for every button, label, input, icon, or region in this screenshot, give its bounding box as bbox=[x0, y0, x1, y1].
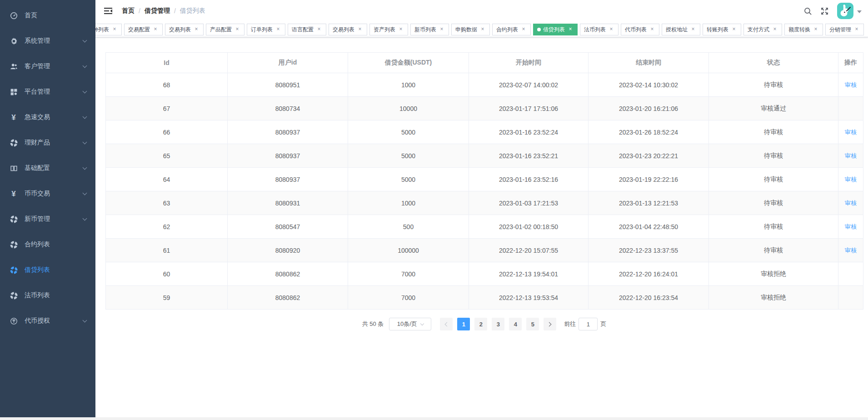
avatar[interactable] bbox=[837, 3, 853, 19]
sidebar-item-1[interactable]: 系统管理 bbox=[0, 28, 95, 54]
close-icon[interactable]: × bbox=[439, 26, 445, 33]
close-icon[interactable]: × bbox=[111, 26, 118, 33]
sidebar-item-3[interactable]: 平台管理 bbox=[0, 79, 95, 105]
tab-label: 申购数据 bbox=[455, 26, 477, 34]
close-icon[interactable]: × bbox=[152, 26, 159, 33]
tab-5[interactable]: 语言配置× bbox=[288, 24, 326, 35]
cell-end_time: 2023-01-23 20:22:21 bbox=[589, 144, 709, 168]
horizontal-scrollbar[interactable] bbox=[0, 417, 868, 420]
tab-label: 资产列表 bbox=[374, 26, 395, 34]
sidebar-item-7[interactable]: ¥币币交易 bbox=[0, 181, 95, 206]
column-header-5: 状态 bbox=[709, 53, 838, 73]
cell-user_id: 8080937 bbox=[228, 168, 348, 191]
fullscreen-icon[interactable] bbox=[820, 7, 829, 15]
tab-14[interactable]: 授权地址× bbox=[662, 24, 700, 35]
tab-0[interactable]: 币种列表× bbox=[95, 24, 122, 35]
close-icon[interactable]: × bbox=[520, 26, 527, 33]
chevron-down-icon bbox=[83, 38, 87, 42]
sidebar-item-9[interactable]: 合约列表 bbox=[0, 232, 95, 257]
chevron-down-icon bbox=[420, 321, 424, 325]
close-icon[interactable]: × bbox=[772, 26, 778, 33]
sidebar-item-8[interactable]: 新币管理 bbox=[0, 206, 95, 232]
close-icon[interactable]: × bbox=[479, 26, 486, 33]
sidebar-item-0[interactable]: 首页 bbox=[0, 3, 95, 28]
page-button-3[interactable]: 3 bbox=[492, 318, 504, 330]
goto-suffix: 页 bbox=[600, 320, 606, 328]
review-link[interactable]: 审核 bbox=[845, 176, 857, 183]
tab-7[interactable]: 资产列表× bbox=[369, 24, 408, 35]
tab-15[interactable]: 转账列表× bbox=[703, 24, 741, 35]
tab-2[interactable]: 交易列表× bbox=[165, 24, 204, 35]
close-icon[interactable]: × bbox=[357, 26, 363, 33]
close-icon[interactable]: × bbox=[398, 26, 404, 33]
tab-10[interactable]: 合约列表× bbox=[492, 24, 531, 35]
cell-end_time: 2022-12-23 13:37:55 bbox=[589, 239, 709, 262]
navbar-right bbox=[803, 3, 862, 19]
cell-id: 68 bbox=[106, 73, 228, 97]
close-icon[interactable]: × bbox=[234, 26, 240, 33]
close-icon[interactable]: × bbox=[316, 26, 322, 33]
breadcrumb-item-0[interactable]: 首页 bbox=[122, 7, 135, 15]
tab-label: 币种列表 bbox=[95, 26, 109, 34]
tab-label: 交易列表 bbox=[333, 26, 354, 34]
hamburger-collapse-icon[interactable] bbox=[104, 7, 113, 15]
cell-action: 审核 bbox=[838, 120, 863, 144]
tab-18[interactable]: 分销管理× bbox=[825, 24, 864, 35]
tab-1[interactable]: 交易配置× bbox=[124, 24, 163, 35]
cell-action bbox=[838, 262, 863, 286]
review-link[interactable]: 审核 bbox=[845, 152, 857, 159]
cell-end_time: 2023-01-19 22:22:16 bbox=[589, 168, 709, 191]
cell-user_id: 8080734 bbox=[228, 97, 348, 120]
close-icon[interactable]: × bbox=[649, 26, 655, 33]
close-icon[interactable]: × bbox=[813, 26, 819, 33]
review-link[interactable]: 审核 bbox=[845, 129, 857, 135]
close-icon[interactable]: × bbox=[731, 26, 737, 33]
sidebar-item-6[interactable]: 基础配置 bbox=[0, 155, 95, 181]
sidebar-item-5[interactable]: 理财产品 bbox=[0, 130, 95, 155]
cell-start_time: 2023-01-17 17:51:06 bbox=[469, 97, 589, 120]
close-icon[interactable]: × bbox=[690, 26, 696, 33]
tab-16[interactable]: 支付方式× bbox=[743, 24, 782, 35]
tab-12[interactable]: 法币列表× bbox=[580, 24, 619, 35]
tab-13[interactable]: 代币列表× bbox=[621, 24, 659, 35]
next-page-button[interactable] bbox=[544, 318, 556, 330]
tab-9[interactable]: 申购数据× bbox=[451, 24, 490, 35]
gear-icon bbox=[9, 37, 18, 45]
tab-6[interactable]: 交易列表× bbox=[329, 24, 367, 35]
prev-page-button[interactable] bbox=[440, 318, 453, 330]
user-menu[interactable] bbox=[837, 3, 862, 19]
page-button-1[interactable]: 1 bbox=[457, 318, 470, 330]
sidebar-item-12[interactable]: 代币授权 bbox=[0, 308, 95, 334]
review-link[interactable]: 审核 bbox=[845, 200, 857, 206]
review-link[interactable]: 审核 bbox=[845, 81, 857, 88]
tab-17[interactable]: 额度转换× bbox=[784, 24, 823, 35]
tab-4[interactable]: 订单列表× bbox=[247, 24, 285, 35]
cell-end_time: 2023-01-26 18:52:24 bbox=[589, 120, 709, 144]
sidebar-item-4[interactable]: ¥急速交易 bbox=[0, 105, 95, 130]
page-button-5[interactable]: 5 bbox=[526, 318, 539, 330]
column-header-1: 用户id bbox=[228, 53, 348, 73]
page-button-2[interactable]: 2 bbox=[474, 318, 487, 330]
page-size-select[interactable]: 10条/页 bbox=[389, 318, 431, 330]
review-link[interactable]: 审核 bbox=[845, 223, 857, 230]
tab-11[interactable]: 借贷列表× bbox=[533, 24, 578, 35]
close-icon[interactable]: × bbox=[608, 26, 614, 33]
cell-amount: 5000 bbox=[348, 120, 469, 144]
cell-user_id: 8080920 bbox=[228, 239, 348, 262]
sidebar-item-2[interactable]: 客户管理 bbox=[0, 54, 95, 79]
sidebar-item-11[interactable]: 法币列表 bbox=[0, 283, 95, 308]
goto-page-input[interactable] bbox=[579, 318, 598, 330]
page-button-4[interactable]: 4 bbox=[509, 318, 522, 330]
search-icon[interactable] bbox=[803, 7, 812, 15]
close-icon[interactable]: × bbox=[193, 26, 200, 33]
close-icon[interactable]: × bbox=[853, 26, 860, 33]
tab-label: 产品配置 bbox=[210, 26, 232, 34]
close-icon[interactable]: × bbox=[275, 26, 281, 33]
sidebar-item-10[interactable]: 借贷列表 bbox=[0, 257, 95, 283]
close-icon[interactable]: × bbox=[567, 26, 574, 33]
review-link[interactable]: 审核 bbox=[845, 247, 857, 254]
breadcrumb-item-1[interactable]: 借贷管理 bbox=[145, 7, 170, 15]
tab-8[interactable]: 新币列表× bbox=[410, 24, 449, 35]
tab-label: 订单列表 bbox=[251, 26, 273, 34]
tab-3[interactable]: 产品配置× bbox=[206, 24, 244, 35]
